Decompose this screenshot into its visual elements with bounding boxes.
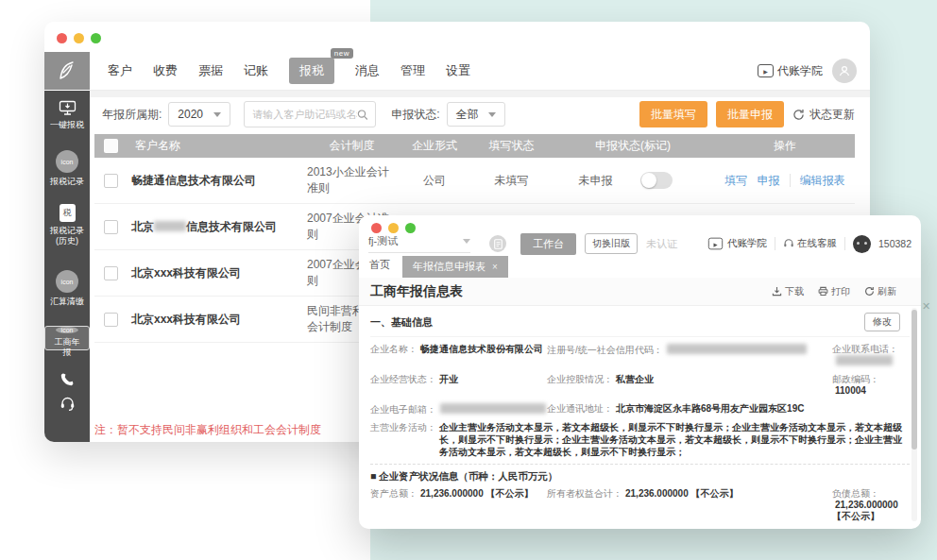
chevron-down-icon [213, 112, 221, 117]
printer-icon [818, 286, 828, 297]
scrollbar-thumb[interactable] [911, 310, 917, 450]
nav-item-management[interactable]: 管理 [400, 62, 425, 79]
close-window-icon[interactable] [57, 33, 67, 43]
floating-close-icon[interactable]: ✕ [922, 300, 930, 313]
close-tab-icon[interactable]: × [492, 262, 498, 272]
headset-icon [783, 238, 794, 249]
nav-item-messages[interactable]: 消息 [355, 62, 380, 79]
status-update-button[interactable]: 状态更新 [792, 107, 855, 123]
account-select[interactable]: fj-测试 [368, 234, 470, 253]
row-checkbox[interactable] [104, 220, 118, 234]
academy-link[interactable]: ▶ 代账学院 [707, 237, 767, 250]
sidebar-item-annual-report[interactable]: icon 工商年报 [44, 326, 90, 350]
redacted-text [154, 221, 186, 231]
basic-info-row: 企业经营状态：开业 企业控股情况：私营企业 邮政编码：110004 [370, 374, 910, 397]
sidebar-item-final-settlement[interactable]: icon 汇算清缴 [44, 263, 90, 313]
divider [790, 174, 791, 187]
phone-icon[interactable] [60, 372, 75, 387]
sidebar-item-one-click-tax[interactable]: 一键报税 [44, 93, 90, 136]
sidebar-item-label: 汇算清缴 [50, 297, 84, 307]
search-icon[interactable] [357, 109, 368, 121]
headset-icon[interactable] [60, 396, 76, 412]
nav-item-tax-active[interactable]: 报税 new [289, 58, 334, 84]
main-business-row: 主营业务活动： 企业主营业务活动文本显示，若文本超级长，则显示不下时换行显示；企… [370, 421, 910, 458]
declare-link[interactable]: 申报 [757, 173, 779, 189]
col-customer-name: 客户名称 [128, 138, 307, 154]
col-fill-status: 填写状态 [472, 138, 551, 154]
fill-link[interactable]: 填写 [724, 173, 747, 189]
accounting-system: 2013小企业会计准则 [307, 164, 397, 196]
workbench-button[interactable]: 工作台 [520, 233, 576, 255]
online-service-link[interactable]: 在线客服 [783, 237, 837, 250]
nav-item-customers[interactable]: 客户 [108, 62, 132, 79]
field-label: 主营业务活动： [370, 421, 436, 458]
document-circle-icon[interactable] [489, 235, 506, 252]
download-button[interactable]: 下载 [772, 285, 804, 298]
nav-item-settings[interactable]: 设置 [446, 62, 470, 79]
new-badge: new [331, 48, 353, 59]
front-toolbar: fj-测试 工作台 切换旧版 未认证 ▶ 代账学院 在线客服 [368, 231, 911, 256]
person-icon [838, 64, 851, 77]
batch-fill-button[interactable]: 批量填写 [639, 101, 707, 127]
sidebar-item-tax-records[interactable]: icon 报税记录 [44, 144, 90, 193]
nav-item-fees[interactable]: 收费 [153, 62, 178, 79]
assets-row: 资产总额：21,236.000000 【不公示】 所有者权益合计：21,236.… [370, 488, 910, 522]
refresh-icon [792, 109, 805, 121]
field-value: 畅捷通信息技术股份有限公司 [420, 344, 543, 354]
field-value: 北京市海淀区永丰路68号用友产业园东区19C [616, 403, 804, 414]
sidebar: 一键报税 icon 报税记录 税 报税记录 (历史) icon 汇算清缴 ico… [44, 91, 90, 442]
edit-report-link[interactable]: 编辑报表 [800, 173, 845, 189]
field-value: 110004 [835, 385, 866, 396]
minimize-window-icon[interactable] [74, 33, 84, 43]
customer-search-input[interactable] [252, 109, 356, 120]
field-label: 企业电子邮箱： [370, 404, 436, 415]
customer-name: 畅捷通信息技术有限公司 [128, 173, 307, 189]
feather-logo-icon [57, 59, 77, 82]
refresh-button[interactable]: 刷新 [864, 285, 896, 298]
row-checkbox[interactable] [104, 313, 118, 327]
report-content: 一、基础信息 修改 企业名称：畅捷通信息技术股份有限公司 注册号/统一社会信用代… [359, 306, 921, 529]
chevron-down-icon [463, 239, 470, 244]
customer-search-box [244, 101, 376, 127]
redacted-text [836, 355, 893, 365]
sidebar-item-tax-records-history[interactable]: 税 报税记录 (历史) [44, 197, 90, 252]
video-play-icon: ▶ [758, 64, 774, 77]
customer-name: 北京xxx科技有限公司 [128, 312, 307, 328]
user-avatar[interactable] [853, 235, 871, 253]
declare-toggle[interactable] [640, 172, 673, 189]
field-label: 企业名称： [370, 344, 417, 354]
edit-button[interactable]: 修改 [864, 313, 900, 331]
period-select[interactable]: 2020 [168, 102, 230, 127]
zoom-window-icon[interactable] [91, 33, 101, 43]
nav-item-bookkeeping[interactable]: 记账 [244, 62, 268, 79]
declare-status: 未申报 [551, 173, 640, 189]
section-assets-heading: ■ 企业资产状况信息（币种：人民币万元） [370, 470, 910, 482]
switch-old-version-button[interactable]: 切换旧版 [585, 233, 638, 254]
select-all-checkbox[interactable] [104, 139, 118, 153]
user-id: 150382 [878, 238, 911, 249]
row-checkbox[interactable] [104, 174, 118, 188]
field-label: 企业联系电话： [832, 344, 898, 354]
customer-name-suffix: 信息技术有限公司 [186, 220, 277, 233]
window-controls [57, 33, 101, 43]
user-avatar[interactable] [832, 59, 857, 83]
status-select[interactable]: 全部 [447, 102, 505, 127]
status-filter-label: 申报状态: [391, 107, 439, 123]
page: { "icons": {"play": "▶", "close": "✕", "… [0, 0, 937, 560]
divider [775, 237, 775, 250]
batch-declare-button[interactable]: 批量申报 [716, 101, 784, 127]
page-title: 工商年报信息表 [370, 283, 463, 300]
annual-report-window: fj-测试 工作台 切换旧版 未认证 ▶ 代账学院 在线客服 [359, 215, 921, 529]
row-checkbox[interactable] [104, 266, 118, 280]
field-label: 邮政编码： [832, 374, 879, 384]
period-filter-label: 年报所属期: [102, 107, 162, 123]
tab-home[interactable]: 首页 [369, 258, 390, 272]
filter-bar: 年报所属期: 2020 申报状态: 全部 批量填写 批量申报 [102, 101, 855, 127]
print-button[interactable]: 打印 [818, 285, 850, 298]
top-nav: 客户 收费 票据 记账 报税 new 消息 管理 设置 ▶ 代账学院 [90, 52, 870, 91]
nav-item-invoices[interactable]: 票据 [198, 62, 223, 79]
dashed-divider [370, 464, 910, 465]
basic-info-row: 企业名称：畅捷通信息技术股份有限公司 注册号/统一社会信用代码： 企业联系电话： [370, 344, 910, 367]
academy-link[interactable]: ▶ 代账学院 [758, 63, 823, 79]
tab-annual-report-active[interactable]: 年报信息申报表 × [402, 256, 508, 278]
